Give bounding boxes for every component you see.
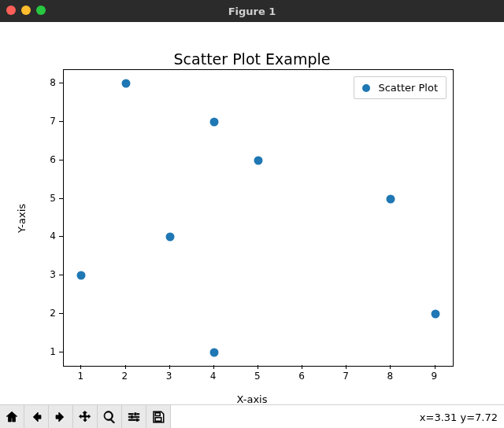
ytick-label: 5	[50, 193, 56, 204]
arrow-left-icon	[29, 410, 43, 424]
chart-axes: Scatter Plot	[63, 69, 454, 367]
back-button[interactable]	[24, 405, 49, 428]
zoom-button[interactable]	[98, 405, 122, 428]
chart-ylabel: Y-axis	[14, 69, 30, 367]
xtick-label: 9	[432, 371, 438, 382]
xtick-mark	[390, 365, 391, 369]
legend-marker-icon	[362, 84, 370, 92]
xtick-label: 8	[387, 371, 393, 382]
save-icon	[151, 410, 165, 424]
magnifier-icon	[102, 410, 117, 424]
xtick-mark	[302, 365, 302, 369]
ytick-label: 4	[50, 231, 56, 242]
ytick-label: 1	[50, 346, 56, 357]
xtick-label: 7	[343, 371, 349, 382]
cursor-coordinates: x=3.31 y=7.72	[420, 411, 498, 423]
scatter-point	[209, 117, 218, 126]
ytick-mark	[59, 352, 63, 352]
move-icon	[78, 410, 92, 424]
xtick-mark	[125, 365, 126, 369]
matplotlib-toolbar: x=3.31 y=7.72	[0, 404, 504, 428]
legend-label: Scatter Plot	[378, 82, 438, 94]
xtick-label: 4	[210, 371, 217, 382]
xtick-label: 5	[254, 371, 261, 382]
scatter-point	[209, 348, 218, 356]
ytick-label: 7	[50, 116, 56, 127]
ytick-label: 2	[50, 308, 56, 319]
chart-xlabel: X-axis	[0, 393, 504, 405]
chart-title: Scatter Plot Example	[0, 50, 504, 68]
ytick-mark	[59, 121, 63, 122]
scatter-point	[431, 310, 439, 319]
xtick-mark	[213, 365, 214, 369]
ytick-mark	[59, 313, 63, 314]
window-close-button[interactable]	[6, 6, 16, 15]
ytick-mark	[59, 83, 63, 83]
figure-canvas[interactable]: Scatter Plot Example Scatter Plot X-axis…	[0, 22, 504, 404]
window-controls	[6, 6, 46, 15]
home-icon	[5, 410, 19, 424]
window-minimize-button[interactable]	[21, 6, 31, 15]
ytick-mark	[59, 160, 63, 160]
scatter-point	[387, 194, 395, 203]
pan-button[interactable]	[73, 405, 98, 428]
ytick-label: 6	[50, 154, 56, 165]
xtick-label: 2	[122, 371, 128, 382]
scatter-point	[254, 156, 263, 164]
chart-legend: Scatter Plot	[354, 76, 447, 99]
forward-button[interactable]	[49, 405, 73, 428]
xtick-mark	[346, 365, 346, 369]
sliders-icon	[127, 410, 141, 424]
window-title: Figure 1	[0, 6, 504, 17]
ytick-mark	[59, 275, 63, 275]
save-button[interactable]	[146, 405, 171, 428]
ytick-label: 8	[50, 77, 56, 88]
arrow-right-icon	[54, 410, 68, 424]
xtick-mark	[435, 365, 435, 369]
ytick-mark	[59, 198, 63, 199]
xtick-label: 3	[166, 371, 172, 382]
scatter-point	[121, 79, 130, 88]
configure-button[interactable]	[122, 405, 146, 428]
window-zoom-button[interactable]	[36, 6, 46, 15]
ytick-mark	[59, 236, 63, 237]
ytick-label: 3	[50, 269, 56, 280]
xtick-mark	[169, 365, 170, 369]
scatter-point	[165, 233, 174, 242]
xtick-label: 1	[77, 371, 83, 382]
home-button[interactable]	[0, 405, 24, 428]
xtick-mark	[258, 365, 258, 369]
xtick-mark	[80, 365, 81, 369]
window-titlebar: Figure 1	[0, 0, 504, 22]
scatter-point	[77, 271, 86, 280]
xtick-label: 6	[298, 371, 305, 382]
